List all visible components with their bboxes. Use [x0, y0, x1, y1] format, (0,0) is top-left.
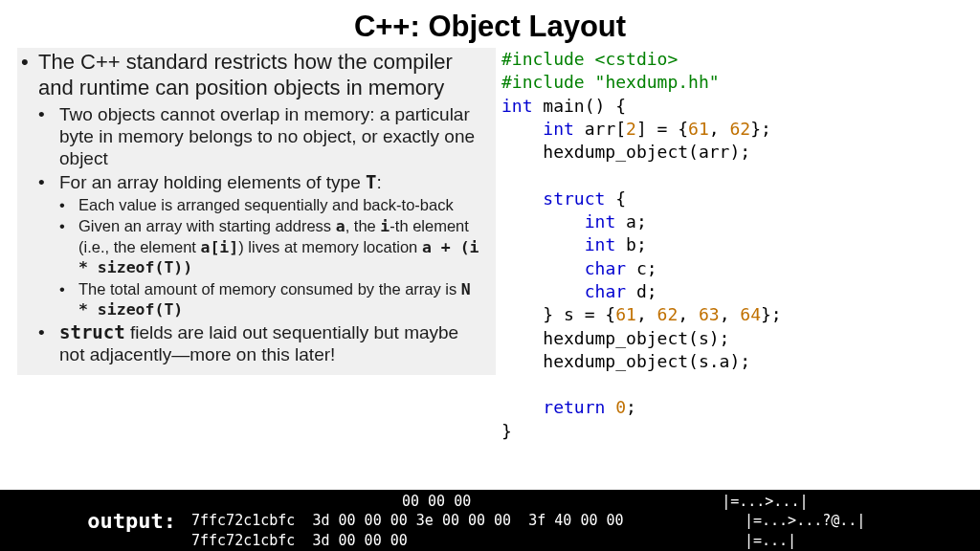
- t: i: [380, 217, 390, 235]
- t: int: [585, 211, 616, 231]
- t: }: [501, 421, 512, 441]
- t: struct: [543, 188, 605, 209]
- t: return: [543, 397, 605, 417]
- bullet-1: The C++ standard restricts how the compi…: [21, 50, 488, 365]
- t: The total amount of memory consumed by t…: [78, 280, 461, 298]
- t: 62: [657, 304, 679, 324]
- t: 63: [699, 304, 720, 324]
- t: int: [501, 96, 533, 116]
- t: hexdump_object(s.a);: [501, 351, 750, 371]
- t: , the: [345, 217, 381, 234]
- t: arr[: [574, 119, 626, 139]
- t: int: [585, 234, 616, 254]
- t: a: [336, 217, 345, 235]
- bullet-1-1: Two objects cannot overlap in memory: a …: [38, 103, 488, 170]
- t: Given an array with starting address: [78, 217, 336, 234]
- bullet-1-2-2: Given an array with starting address a, …: [59, 216, 488, 276]
- t: main() {: [533, 96, 627, 116]
- code-block: #include <cstdio> #include "hexdump.hh" …: [501, 48, 963, 443]
- b1-2-code: T: [366, 171, 376, 192]
- t: <cstdio>: [595, 49, 679, 69]
- t: char: [585, 281, 626, 301]
- t: [501, 188, 543, 209]
- b1-2-post: :: [376, 172, 381, 192]
- t: ,: [636, 304, 657, 324]
- terminal-output: output: 00 00 00 |=...>...| 7ffc72c1cbfc…: [0, 490, 980, 551]
- t: } s = {: [501, 304, 615, 324]
- t: [501, 211, 585, 231]
- t: char: [585, 258, 626, 278]
- bullet-1-2: For an array holding elements of type T:…: [38, 171, 488, 320]
- t: };: [761, 304, 782, 324]
- term-line-1: 7ffc72c1cbfc 3d 00 00 00 3e 00 00 00 3f …: [191, 512, 865, 529]
- t: 0: [615, 397, 626, 417]
- t: [501, 281, 585, 301]
- bullet-column: The C++ standard restricts how the compi…: [17, 48, 496, 375]
- t: 61: [688, 119, 709, 139]
- terminal-label: output:: [0, 490, 191, 551]
- content-columns: The C++ standard restricts how the compi…: [0, 48, 980, 443]
- terminal-lines: 00 00 00 |=...>...| 7ffc72c1cbfc 3d 00 0…: [191, 490, 865, 551]
- t: [501, 119, 543, 139]
- t: hexdump_object(s);: [501, 328, 729, 348]
- t: int: [543, 119, 574, 139]
- bullet-1-2-1: Each value is arranged sequentially and …: [59, 195, 488, 214]
- bullet-1-3: struct fields are laid out sequentially …: [38, 321, 488, 365]
- t: struct: [59, 321, 125, 342]
- t: a;: [615, 211, 647, 231]
- t: ;: [626, 397, 636, 417]
- t: #include: [501, 49, 595, 69]
- t: [501, 234, 585, 254]
- t: b;: [615, 234, 647, 254]
- cl: #include <cstdio>: [501, 49, 678, 69]
- t: #include: [501, 72, 595, 92]
- t: ,: [720, 304, 741, 324]
- t: "hexdump.hh": [595, 72, 720, 92]
- cl: #include "hexdump.hh": [501, 72, 720, 92]
- t: ] = {: [636, 119, 688, 139]
- slide-title: C++: Object Layout: [0, 0, 980, 48]
- t: [605, 397, 615, 417]
- term-line-0: 00 00 00 |=...>...|: [191, 492, 808, 511]
- term-line-2: 7ffc72c1cbfc 3d 00 00 00 |=...|: [191, 532, 796, 549]
- t: d;: [626, 281, 657, 301]
- t: 61: [615, 304, 636, 324]
- t: ,: [678, 304, 699, 324]
- t: [501, 397, 543, 417]
- t: c;: [626, 258, 657, 278]
- t: 64: [740, 304, 761, 324]
- t: [501, 258, 585, 278]
- code-column: #include <cstdio> #include "hexdump.hh" …: [496, 48, 963, 443]
- t: a[i]: [200, 238, 238, 256]
- t: {: [605, 188, 626, 209]
- t: ) lives at memory location: [238, 238, 422, 255]
- t: };: [750, 119, 771, 139]
- t: 2: [626, 119, 636, 139]
- t: 62: [729, 119, 750, 139]
- t: hexdump_object(arr);: [501, 142, 750, 162]
- t: ,: [709, 119, 730, 139]
- bullet-1-2-3: The total amount of memory consumed by t…: [59, 279, 488, 320]
- b1-2-pre: For an array holding elements of type: [59, 172, 366, 192]
- bullet-1-text: The C++ standard restricts how the compi…: [38, 50, 453, 99]
